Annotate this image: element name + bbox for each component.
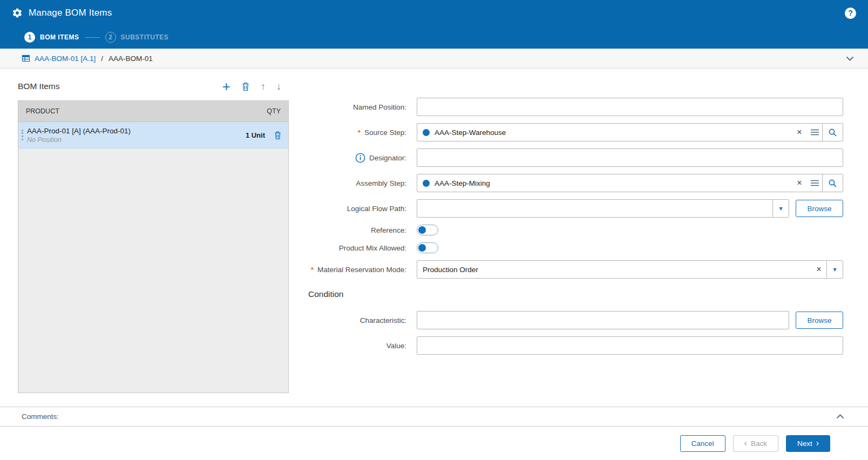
source-step-label: * Source Step: [301, 128, 413, 137]
material-reservation-mode-label: * Material Reservation Mode: [301, 266, 413, 274]
caret-down-icon: ▾ [833, 266, 836, 273]
bom-table-icon [22, 54, 30, 63]
content: BOM Items + ↑ ↓ PRODUCT QTY AAA-Prod-01 … [0, 69, 868, 407]
logical-flow-path-browse-button[interactable]: Browse [796, 200, 843, 217]
next-chevron-icon: › [816, 439, 819, 448]
toggle-knob [418, 226, 426, 234]
breadcrumb-separator: / [101, 55, 103, 63]
drag-handle-icon[interactable] [22, 130, 23, 140]
bom-items-toolbar: + ↑ ↓ [222, 80, 281, 92]
search-icon [828, 128, 837, 137]
breadcrumb-current: AAA-BOM-01 [109, 55, 153, 63]
chevron-up-icon[interactable] [836, 414, 844, 419]
required-marker: * [311, 266, 314, 274]
assembly-step-field[interactable]: AAA-Step-Mixing × [417, 174, 843, 192]
row-delete-icon[interactable] [274, 131, 282, 140]
value-label: Value: [301, 342, 413, 350]
source-step-value: AAA-Step-Warehouse [435, 128, 792, 137]
product-mix-allowed-label: Product Mix Allowed: [301, 244, 413, 252]
dropdown-button[interactable]: ▾ [772, 200, 789, 217]
search-button[interactable] [822, 124, 843, 141]
caret-down-icon: ▾ [779, 205, 782, 212]
delete-item-icon[interactable] [241, 82, 250, 91]
step-substitutes[interactable]: 2 SUBSTITUTES [105, 32, 169, 43]
assembly-step-value: AAA-Step-Mixing [435, 179, 792, 187]
designator-label: Designator: [301, 153, 413, 163]
wizard-steps: 1 BOM ITEMS 2 SUBSTITUTES [0, 26, 868, 49]
column-qty: QTY [267, 107, 281, 115]
add-item-icon[interactable]: + [222, 80, 230, 92]
search-icon [828, 179, 837, 188]
product-mix-allowed-toggle[interactable] [417, 242, 438, 253]
info-icon [355, 153, 365, 163]
next-button[interactable]: Next › [786, 435, 830, 452]
toggle-knob [418, 244, 426, 252]
clear-icon[interactable]: × [811, 261, 826, 278]
clear-icon[interactable]: × [792, 174, 807, 192]
source-step-field[interactable]: AAA-Step-Warehouse × [417, 123, 843, 141]
named-position-label: Named Position: [301, 103, 413, 111]
characteristic-browse-button[interactable]: Browse [796, 312, 843, 329]
gear-icon [12, 8, 23, 18]
row-product: AAA-Prod-01 [A] (AAA-Prod-01) [27, 127, 246, 135]
topbar: Manage BOM Items ? [0, 0, 868, 26]
step-bom-items[interactable]: 1 BOM ITEMS [24, 32, 79, 43]
help-icon[interactable]: ? [845, 8, 856, 19]
bom-items-table: PRODUCT QTY AAA-Prod-01 [A] (AAA-Prod-01… [18, 100, 289, 393]
material-reservation-mode-value: Production Order [417, 266, 811, 274]
characteristic-label: Characteristic: [301, 316, 413, 324]
step-label: SUBSTITUTES [121, 33, 169, 41]
chevron-down-icon[interactable] [846, 56, 854, 61]
characteristic-input[interactable] [417, 311, 789, 329]
cancel-button[interactable]: Cancel [680, 435, 725, 452]
move-down-icon[interactable]: ↓ [276, 81, 281, 92]
bom-item-form: Named Position: * Source Step: AAA-Step-… [301, 78, 843, 407]
back-chevron-icon: ‹ [744, 439, 747, 448]
table-header: PRODUCT QTY [18, 101, 288, 122]
list-icon[interactable] [807, 174, 822, 192]
column-product: PRODUCT [26, 107, 59, 115]
logical-flow-path-field[interactable]: ▾ [417, 199, 789, 218]
footer: Cancel ‹ Back Next › [0, 427, 868, 460]
named-position-input[interactable] [417, 98, 843, 116]
assembly-step-label: Assembly Step: [301, 179, 413, 187]
search-button[interactable] [822, 174, 843, 192]
breadcrumb-link[interactable]: AAA-BOM-01 [A.1] [35, 55, 96, 63]
step-connector [85, 37, 100, 38]
step-label: BOM ITEMS [40, 33, 79, 41]
entity-dot-icon [423, 180, 430, 187]
row-position: No Position [27, 136, 246, 144]
bom-items-title: BOM Items [18, 82, 60, 91]
comments-label: Comments: [22, 412, 59, 421]
dropdown-button[interactable]: ▾ [826, 261, 843, 278]
page-title: Manage BOM Items [29, 8, 845, 18]
required-marker: * [358, 128, 361, 137]
step-number: 1 [24, 32, 35, 43]
material-reservation-mode-field[interactable]: Production Order × ▾ [417, 260, 843, 279]
designator-input[interactable] [417, 148, 843, 167]
row-qty: 1 Unit [246, 131, 265, 139]
bom-items-panel: BOM Items + ↑ ↓ PRODUCT QTY AAA-Prod-01 … [18, 78, 289, 407]
step-number: 2 [105, 32, 116, 43]
value-input[interactable] [417, 336, 843, 355]
clear-icon[interactable]: × [792, 124, 807, 141]
condition-section-title: Condition [308, 289, 843, 299]
reference-toggle[interactable] [417, 225, 438, 235]
move-up-icon[interactable]: ↑ [261, 81, 266, 92]
logical-flow-path-label: Logical Flow Path: [301, 205, 413, 213]
reference-label: Reference: [301, 226, 413, 234]
bom-item-row[interactable]: AAA-Prod-01 [A] (AAA-Prod-01) No Positio… [18, 122, 288, 148]
list-icon[interactable] [807, 124, 822, 141]
entity-dot-icon [423, 129, 430, 136]
comments-bar: Comments: [0, 407, 868, 427]
back-button[interactable]: ‹ Back [733, 435, 778, 452]
breadcrumb: AAA-BOM-01 [A.1] / AAA-BOM-01 [0, 49, 868, 69]
